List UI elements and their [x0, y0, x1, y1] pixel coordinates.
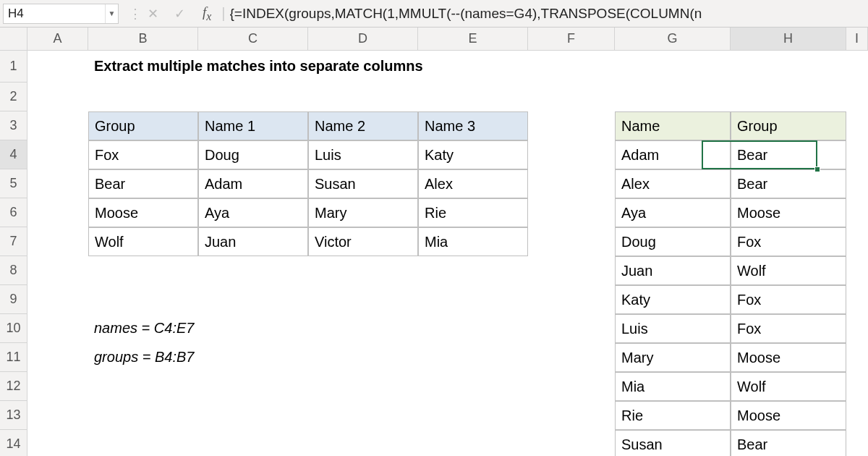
- cell-F8[interactable]: [528, 256, 615, 285]
- col-header-B[interactable]: B: [88, 28, 198, 51]
- cell-D7[interactable]: Victor: [308, 227, 418, 256]
- cell-G3[interactable]: Name: [615, 111, 731, 140]
- cell-H2[interactable]: [731, 83, 846, 111]
- col-header-C[interactable]: C: [198, 28, 308, 51]
- cell-A4[interactable]: [27, 140, 88, 169]
- row-header-11[interactable]: 11: [0, 343, 27, 372]
- col-header-H[interactable]: H: [731, 28, 846, 51]
- cell-D14[interactable]: [308, 430, 418, 456]
- cell-D6[interactable]: Mary: [308, 198, 418, 227]
- cell-C6[interactable]: Aya: [198, 198, 308, 227]
- cell-H10[interactable]: Fox: [731, 314, 846, 343]
- cell-H8[interactable]: Wolf: [731, 256, 846, 285]
- cell-A7[interactable]: [27, 227, 88, 256]
- col-header-G[interactable]: G: [615, 28, 731, 51]
- row-header-12[interactable]: 12: [0, 372, 27, 401]
- cell-G11[interactable]: Mary: [615, 343, 731, 372]
- cell-B12[interactable]: [88, 372, 198, 401]
- cell-E12[interactable]: [418, 372, 528, 401]
- cell-B9[interactable]: [88, 285, 198, 314]
- cell-I3[interactable]: [846, 111, 868, 140]
- cell-C14[interactable]: [198, 430, 308, 456]
- cell-H4[interactable]: Bear: [731, 140, 846, 169]
- cell-D12[interactable]: [308, 372, 418, 401]
- col-header-D[interactable]: D: [308, 28, 418, 51]
- cell-C2[interactable]: [198, 83, 308, 111]
- cell-E1[interactable]: [418, 51, 528, 83]
- row-header-5[interactable]: 5: [0, 169, 27, 198]
- cell-E9[interactable]: [418, 285, 528, 314]
- cell-C10[interactable]: [198, 314, 308, 343]
- cell-D3[interactable]: Name 2: [308, 111, 418, 140]
- cell-E13[interactable]: [418, 401, 528, 430]
- cell-H12[interactable]: Wolf: [731, 372, 846, 401]
- cell-H1[interactable]: [731, 51, 846, 83]
- cell-I14[interactable]: [846, 430, 868, 456]
- row-header-7[interactable]: 7: [0, 227, 27, 256]
- cell-B8[interactable]: [88, 256, 198, 285]
- cell-B5[interactable]: Bear: [88, 169, 198, 198]
- cell-B7[interactable]: Wolf: [88, 227, 198, 256]
- name-box[interactable]: H4 ▼: [3, 4, 119, 24]
- cell-G13[interactable]: Rie: [615, 401, 731, 430]
- row-header-14[interactable]: 14: [0, 430, 27, 456]
- cell-H3[interactable]: Group: [731, 111, 846, 140]
- cell-H11[interactable]: Moose: [731, 343, 846, 372]
- cell-A8[interactable]: [27, 256, 88, 285]
- cell-C7[interactable]: Juan: [198, 227, 308, 256]
- cell-G7[interactable]: Doug: [615, 227, 731, 256]
- cell-B4[interactable]: Fox: [88, 140, 198, 169]
- cell-C13[interactable]: [198, 401, 308, 430]
- row-header-13[interactable]: 13: [0, 401, 27, 430]
- row-header-3[interactable]: 3: [0, 111, 27, 140]
- cell-D4[interactable]: Luis: [308, 140, 418, 169]
- cell-B3[interactable]: Group: [88, 111, 198, 140]
- cell-A6[interactable]: [27, 198, 88, 227]
- cell-D10[interactable]: [308, 314, 418, 343]
- cell-D9[interactable]: [308, 285, 418, 314]
- cell-B13[interactable]: [88, 401, 198, 430]
- cell-A14[interactable]: [27, 430, 88, 456]
- enter-icon[interactable]: ✓: [174, 6, 185, 22]
- cell-G12[interactable]: Mia: [615, 372, 731, 401]
- cell-E5[interactable]: Alex: [418, 169, 528, 198]
- cell-B14[interactable]: [88, 430, 198, 456]
- spreadsheet-grid[interactable]: A B C D E F G H I 1 Extract multiple mat…: [0, 28, 868, 456]
- fill-handle[interactable]: [814, 166, 820, 172]
- row-header-6[interactable]: 6: [0, 198, 27, 227]
- cell-I8[interactable]: [846, 256, 868, 285]
- cancel-icon[interactable]: ✕: [148, 6, 158, 22]
- cell-H13[interactable]: Moose: [731, 401, 846, 430]
- cell-E7[interactable]: Mia: [418, 227, 528, 256]
- row-header-4[interactable]: 4: [0, 140, 27, 169]
- cell-E14[interactable]: [418, 430, 528, 456]
- cell-A2[interactable]: [27, 83, 88, 111]
- cell-B1[interactable]: Extract multiple matches into separate c…: [88, 51, 198, 83]
- cell-A11[interactable]: [27, 343, 88, 372]
- cell-I6[interactable]: [846, 198, 868, 227]
- cell-G4[interactable]: Adam: [615, 140, 731, 169]
- cell-A9[interactable]: [27, 285, 88, 314]
- cell-F2[interactable]: [528, 83, 615, 111]
- fx-icon[interactable]: fx: [203, 4, 211, 23]
- cell-D5[interactable]: Susan: [308, 169, 418, 198]
- cell-A13[interactable]: [27, 401, 88, 430]
- cell-H9[interactable]: Fox: [731, 285, 846, 314]
- cell-F13[interactable]: [528, 401, 615, 430]
- cell-F12[interactable]: [528, 372, 615, 401]
- cell-F7[interactable]: [528, 227, 615, 256]
- row-header-1[interactable]: 1: [0, 51, 27, 83]
- cell-E3[interactable]: Name 3: [418, 111, 528, 140]
- cell-C3[interactable]: Name 1: [198, 111, 308, 140]
- cell-G5[interactable]: Alex: [615, 169, 731, 198]
- cell-F3[interactable]: [528, 111, 615, 140]
- cell-E10[interactable]: [418, 314, 528, 343]
- cell-I7[interactable]: [846, 227, 868, 256]
- col-header-I[interactable]: I: [846, 28, 868, 51]
- cell-A10[interactable]: [27, 314, 88, 343]
- cell-A3[interactable]: [27, 111, 88, 140]
- row-header-10[interactable]: 10: [0, 314, 27, 343]
- cell-D8[interactable]: [308, 256, 418, 285]
- cell-I5[interactable]: [846, 169, 868, 198]
- formula-input[interactable]: {=INDEX(groups,MATCH(1,MMULT(--(names=G4…: [230, 6, 868, 22]
